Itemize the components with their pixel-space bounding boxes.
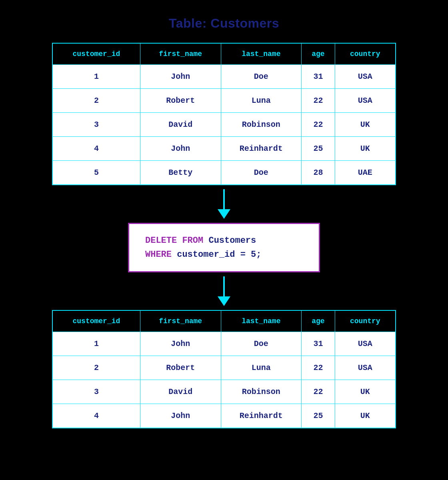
table-cell: 3 [52,380,140,404]
table-cell: Robert [140,356,221,380]
table-cell: 22 [302,89,335,113]
table-cell: 3 [52,113,140,137]
table-cell: Robinson [221,380,302,404]
arrow-line [223,189,225,209]
table-row: 2RobertLuna22USA [52,89,396,113]
col-header: country [335,43,396,65]
table-cell: Luna [221,356,302,380]
table-cell: Betty [140,161,221,185]
table-cell: 22 [302,380,335,404]
table-cell: Luna [221,89,302,113]
table-cell: 25 [302,137,335,161]
table-row: 4JohnReinhardt25UK [52,404,396,428]
table-cell: John [140,137,221,161]
col-header: last_name [221,43,302,65]
table-cell: UK [335,380,396,404]
col-header: country [335,310,396,332]
col-header: customer_id [52,310,140,332]
table-cell: John [140,404,221,428]
arrow-down-1 [218,189,230,219]
table-cell: UK [335,404,396,428]
table-after: customer_idfirst_namelast_nameagecountry… [52,310,396,428]
sql-condition: customer_id = 5; [172,250,261,260]
arrow-down-2 [218,276,230,306]
table-cell: David [140,113,221,137]
table-cell: UK [335,137,396,161]
table-cell: 4 [52,137,140,161]
table-cell: Robert [140,89,221,113]
table-row: 5BettyDoe28UAE [52,161,396,185]
table-before: customer_idfirst_namelast_nameagecountry… [52,43,396,185]
sql-table-name: Customers [203,236,256,246]
table-row: 1JohnDoe31USA [52,332,396,356]
table-cell: 25 [302,404,335,428]
col-header: age [302,43,335,65]
col-header: age [302,310,335,332]
table-row: 4JohnReinhardt25UK [52,137,396,161]
table-cell: Doe [221,65,302,89]
table-cell: USA [335,89,396,113]
table-cell: 22 [302,113,335,137]
col-header: last_name [221,310,302,332]
table-cell: USA [335,356,396,380]
table-row: 1JohnDoe31USA [52,65,396,89]
table-cell: UK [335,113,396,137]
table-cell: Reinhardt [221,137,302,161]
table-cell: John [140,332,221,356]
page-title: Table: Customers [169,16,279,31]
sql-statement-box: DELETE FROM Customers WHERE customer_id … [128,223,320,272]
table-cell: 1 [52,332,140,356]
sql-keyword-delete: DELETE FROM [145,236,203,246]
table-cell: Doe [221,332,302,356]
table-row: 2RobertLuna22USA [52,356,396,380]
table-cell: USA [335,332,396,356]
table-cell: 31 [302,332,335,356]
table-cell: 1 [52,65,140,89]
arrow-line-2 [223,276,225,296]
sql-keyword-where: WHERE [145,250,172,260]
table-cell: 2 [52,89,140,113]
col-header: customer_id [52,43,140,65]
table-cell: 5 [52,161,140,185]
table-cell: 22 [302,356,335,380]
table2-header-row: customer_idfirst_namelast_nameagecountry [52,310,396,332]
table-row: 3DavidRobinson22UK [52,113,396,137]
table-cell: John [140,65,221,89]
arrow-head [218,209,230,219]
sql-line-2: WHERE customer_id = 5; [145,248,303,262]
table-cell: 28 [302,161,335,185]
sql-line-1: DELETE FROM Customers [145,234,303,248]
col-header: first_name [140,43,221,65]
table-cell: Reinhardt [221,404,302,428]
table-cell: UAE [335,161,396,185]
table-cell: Robinson [221,113,302,137]
arrow-head-2 [218,296,230,306]
page-container: Table: Customers customer_idfirst_namela… [0,0,448,480]
table-cell: 31 [302,65,335,89]
table-row: 3DavidRobinson22UK [52,380,396,404]
table-cell: Doe [221,161,302,185]
col-header: first_name [140,310,221,332]
table-cell: 2 [52,356,140,380]
table-cell: USA [335,65,396,89]
table-cell: David [140,380,221,404]
table-cell: 4 [52,404,140,428]
table-header-row: customer_idfirst_namelast_nameagecountry [52,43,396,65]
